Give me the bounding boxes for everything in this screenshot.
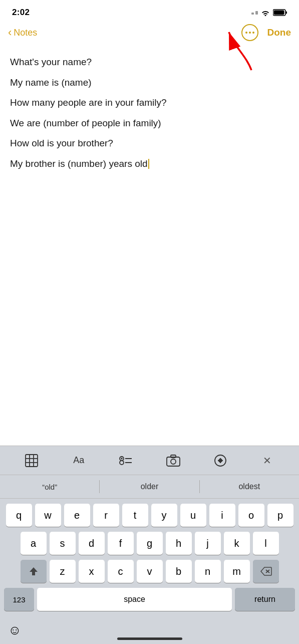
autocomplete-item-1[interactable]: older (100, 475, 199, 498)
back-label: Notes (14, 28, 37, 38)
keyboard-main: q w e r t y u i o p a s d f g h j k l (0, 499, 299, 618)
key-f[interactable]: f (108, 532, 134, 555)
key-s[interactable]: s (50, 532, 76, 555)
note-line-4: We are (number of people in family) (10, 113, 289, 134)
status-bar: 2:02 (0, 0, 299, 22)
svg-rect-14 (167, 457, 180, 466)
status-time: 2:02 (12, 8, 30, 18)
svg-rect-2 (274, 11, 284, 15)
note-line-5: How old is your brother? (10, 133, 289, 154)
status-icons (251, 9, 287, 16)
nav-bar: ‹ Notes Done (0, 22, 299, 46)
key-k[interactable]: k (224, 532, 250, 555)
text-cursor (148, 159, 149, 169)
note-line-2: My name is (name) (10, 73, 289, 93)
ellipsis-icon (245, 32, 254, 34)
note-content: What's your name? My name is (name) How … (0, 46, 299, 184)
note-line-6[interactable]: My brother is (number) years old (10, 154, 289, 174)
key-row-1: q w e r t y u i o p (2, 504, 297, 527)
key-h[interactable]: h (166, 532, 192, 555)
emoji-button[interactable]: ☺ (8, 622, 22, 638)
pen-button[interactable] (209, 450, 231, 472)
svg-point-18 (219, 459, 222, 462)
format-button[interactable]: Aa (68, 450, 90, 472)
delete-key[interactable] (253, 560, 279, 583)
more-options-button[interactable] (241, 24, 258, 41)
key-p[interactable]: p (267, 504, 293, 527)
key-y[interactable]: y (151, 504, 177, 527)
key-z[interactable]: z (50, 560, 76, 583)
autocomplete-item-2[interactable]: oldest (200, 475, 299, 498)
key-j[interactable]: j (195, 532, 221, 555)
close-button[interactable]: ✕ (256, 450, 278, 472)
key-i[interactable]: i (209, 504, 235, 527)
key-row-2: a s d f g h j k l (2, 532, 297, 555)
key-q[interactable]: q (6, 504, 32, 527)
home-indicator (117, 637, 182, 640)
svg-point-13 (120, 461, 124, 465)
numbers-key[interactable]: 123 (4, 588, 34, 611)
wifi-icon (261, 9, 270, 16)
key-n[interactable]: n (195, 560, 221, 583)
svg-point-15 (171, 459, 176, 464)
key-v[interactable]: v (137, 560, 163, 583)
return-key[interactable]: return (235, 588, 295, 611)
svg-rect-4 (26, 455, 38, 467)
keyboard: Aa ✕ (0, 446, 299, 644)
key-u[interactable]: u (180, 504, 206, 527)
key-r[interactable]: r (93, 504, 119, 527)
key-a[interactable]: a (21, 532, 47, 555)
key-m[interactable]: m (224, 560, 250, 583)
checklist-button[interactable] (115, 450, 137, 472)
svg-rect-16 (171, 455, 176, 458)
key-b[interactable]: b (166, 560, 192, 583)
key-c[interactable]: c (108, 560, 134, 583)
note-line-1: What's your name? (10, 52, 289, 73)
key-l[interactable]: l (253, 532, 279, 555)
key-x[interactable]: x (79, 560, 105, 583)
key-w[interactable]: w (35, 504, 61, 527)
battery-icon (273, 9, 287, 16)
done-button[interactable]: Done (267, 27, 291, 38)
back-button[interactable]: ‹ Notes (8, 28, 37, 38)
signal-icon (251, 11, 258, 15)
autocomplete-item-0[interactable]: “old” (0, 475, 99, 498)
svg-point-10 (121, 458, 123, 460)
svg-rect-1 (286, 12, 287, 14)
chevron-left-icon: ‹ (8, 27, 12, 38)
table-button[interactable] (21, 450, 43, 472)
key-t[interactable]: t (122, 504, 148, 527)
key-g[interactable]: g (137, 532, 163, 555)
key-d[interactable]: d (79, 532, 105, 555)
key-e[interactable]: e (64, 504, 90, 527)
camera-button[interactable] (162, 450, 184, 472)
key-o[interactable]: o (238, 504, 264, 527)
key-row-3: z x c v b n m (2, 560, 297, 583)
shift-key[interactable] (21, 560, 47, 583)
key-row-bottom: 123 space return (2, 588, 297, 611)
keyboard-toolbar: Aa ✕ (0, 446, 299, 475)
note-line-3: How many people are in your family? (10, 93, 289, 113)
nav-right: Done (241, 24, 291, 41)
autocomplete-bar: “old” older oldest (0, 475, 299, 499)
bottom-area: ☺ (0, 618, 299, 644)
space-key[interactable]: space (37, 588, 232, 611)
